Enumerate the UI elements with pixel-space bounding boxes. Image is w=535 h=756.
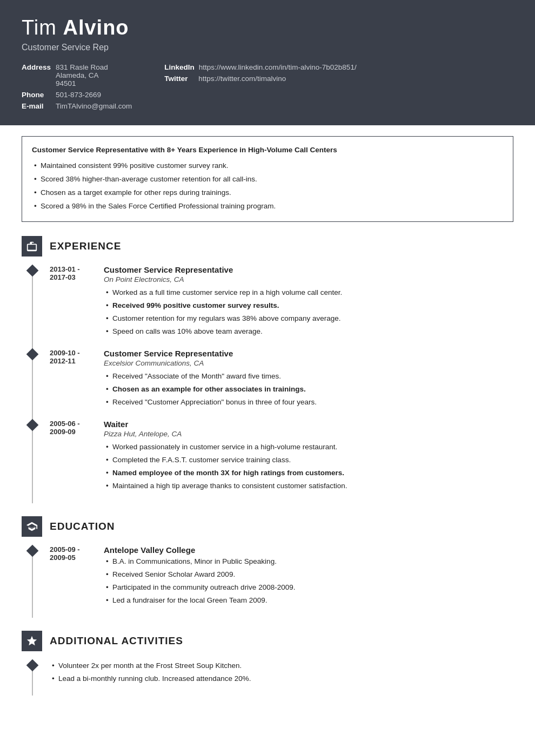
resume-main: Customer Service Representative with 8+ …: [0, 125, 535, 730]
edu-bullet: Led a fundraiser for the local Green Tea…: [104, 595, 513, 606]
job-body: 2009-10 - 2012-11Customer Service Repres…: [50, 349, 513, 410]
experience-icon: [22, 236, 42, 256]
first-name: Tim: [22, 16, 63, 39]
summary-bullet: Scored a 98% in the Sales Force Certifie…: [32, 200, 503, 213]
activity-bullet: Lead a bi-monthly running club. Increase…: [50, 673, 513, 685]
job-bullets: Received "Associate of the Month" award …: [104, 370, 513, 409]
linkedin-value: https://www.linkedin.com/in/tim-alvino-7…: [199, 63, 357, 71]
job-details: WaiterPizza Hut, Antelope, CAWorked pass…: [104, 420, 513, 494]
job-date: 2013-01 - 2017-03: [50, 265, 104, 281]
job-details: Customer Service RepresentativeExcelsior…: [104, 349, 513, 410]
linkedin-label: LinkedIn: [164, 63, 195, 71]
activities-details: Volunteer 2x per month at the Frost Stre…: [50, 660, 513, 686]
star-svg: [26, 635, 38, 647]
job-company: Excelsior Communications, CA: [104, 359, 513, 367]
contact-left: Address 831 Rasle Road Alameda, CA 94501…: [22, 63, 132, 110]
job-company: On Point Electronics, CA: [104, 275, 513, 284]
activities-bullets: Volunteer 2x per month at the Frost Stre…: [50, 660, 513, 685]
activity-bullet: Volunteer 2x per month at the Frost Stre…: [50, 660, 513, 672]
edu-details: Antelope Valley CollegeB.A. in Communica…: [104, 545, 513, 608]
address-line2: Alameda, CA: [56, 71, 108, 79]
job-bullet: Worked as a full time customer service r…: [104, 287, 513, 299]
last-name: Alvino: [63, 16, 129, 39]
activities-content: Volunteer 2x per month at the Frost Stre…: [37, 660, 513, 686]
resume-header: Tim Alvino Customer Service Rep Address …: [0, 0, 535, 125]
activities-timeline: Volunteer 2x per month at the Frost Stre…: [32, 660, 513, 696]
summary-section: Customer Service Representative with 8+ …: [22, 136, 513, 222]
job-title: Waiter: [104, 420, 513, 429]
experience-timeline: 2013-01 - 2017-03Customer Service Repres…: [32, 265, 513, 503]
activities-icon: [22, 631, 42, 651]
job-bullet: Chosen as an example for other associate…: [104, 383, 513, 395]
education-title: EDUCATION: [50, 521, 115, 532]
education-section: EDUCATION 2005-09 - 2009-05Antelope Vall…: [22, 516, 513, 618]
briefcase-svg: [26, 240, 38, 252]
job-bullets: Worked passionately in customer service …: [104, 441, 513, 492]
activities-section: ADDITIONAL ACTIVITIES Volunteer 2x per m…: [22, 631, 513, 696]
experience-job: 2009-10 - 2012-11Customer Service Repres…: [33, 349, 513, 410]
summary-bullet: Scored 38% higher-than-average customer …: [32, 173, 503, 186]
education-timeline: 2005-09 - 2009-05Antelope Valley College…: [32, 545, 513, 618]
address-label: Address: [22, 63, 51, 71]
email-label: E-mail: [22, 102, 51, 110]
edu-body: 2005-09 - 2009-05Antelope Valley College…: [50, 545, 513, 608]
experience-section: EXPERIENCE 2013-01 - 2017-03Customer Ser…: [22, 236, 513, 503]
school-name: Antelope Valley College: [104, 545, 513, 555]
edu-bullets: B.A. in Communications, Minor in Public …: [104, 556, 513, 607]
job-bullet: Received "Associate of the Month" award …: [104, 370, 513, 382]
job-bullet: Worked passionately in customer service …: [104, 441, 513, 453]
job-bullet: Completed the F.A.S.T. customer service …: [104, 454, 513, 466]
twitter-label: Twitter: [164, 75, 194, 83]
job-title: Customer Service Representative: [104, 265, 513, 274]
summary-bullets: Maintained consistent 99% positive custo…: [32, 160, 503, 213]
summary-bullet: Maintained consistent 99% positive custo…: [32, 160, 503, 172]
education-item: 2005-09 - 2009-05Antelope Valley College…: [33, 545, 513, 608]
job-title: Customer Service Representative: [104, 349, 513, 358]
activities-header: ADDITIONAL ACTIVITIES: [22, 631, 513, 651]
experience-job: 2005-06 - 2009-09WaiterPizza Hut, Antelo…: [33, 420, 513, 494]
experience-job: 2013-01 - 2017-03Customer Service Repres…: [33, 265, 513, 339]
edu-bullet: B.A. in Communications, Minor in Public …: [104, 556, 513, 568]
job-bullet: Customer retention for my regulars was 3…: [104, 313, 513, 325]
edu-content: 2005-09 - 2009-05Antelope Valley College…: [37, 545, 513, 608]
education-icon: [22, 516, 42, 537]
email-value: TimTAlvino@gmail.com: [56, 102, 132, 110]
address-line3: 94501: [56, 79, 108, 87]
candidate-title: Customer Service Rep: [22, 43, 513, 52]
job-bullets: Worked as a full time customer service r…: [104, 287, 513, 338]
job-date: 2009-10 - 2012-11: [50, 349, 104, 365]
candidate-name: Tim Alvino: [22, 16, 513, 39]
experience-title: EXPERIENCE: [50, 240, 121, 252]
job-details: Customer Service RepresentativeOn Point …: [104, 265, 513, 339]
email-row: E-mail TimTAlvino@gmail.com: [22, 102, 132, 110]
contact-right: LinkedIn https://www.linkedin.com/in/tim…: [164, 63, 356, 110]
job-body: 2013-01 - 2017-03Customer Service Repres…: [50, 265, 513, 339]
activities-item: Volunteer 2x per month at the Frost Stre…: [33, 660, 513, 686]
address-value: 831 Rasle Road Alameda, CA 94501: [56, 63, 108, 87]
phone-row: Phone 501-873-2669: [22, 91, 132, 99]
twitter-value: https://twitter.com/timalvino: [198, 75, 286, 83]
job-bullet: Named employee of the month 3X for high …: [104, 467, 513, 479]
job-bullet: Received "Customer Appreciation" bonus i…: [104, 396, 513, 408]
summary-title: Customer Service Representative with 8+ …: [32, 144, 503, 157]
job-content: 2013-01 - 2017-03Customer Service Repres…: [37, 265, 513, 339]
twitter-row: Twitter https://twitter.com/timalvino: [164, 75, 356, 83]
linkedin-row: LinkedIn https://www.linkedin.com/in/tim…: [164, 63, 356, 71]
activities-title: ADDITIONAL ACTIVITIES: [50, 635, 183, 647]
experience-header: EXPERIENCE: [22, 236, 513, 256]
edu-date: 2005-09 - 2009-05: [50, 545, 104, 562]
graduation-svg: [26, 521, 38, 532]
phone-label: Phone: [22, 91, 51, 99]
address-row: Address 831 Rasle Road Alameda, CA 94501: [22, 63, 132, 87]
contact-info: Address 831 Rasle Road Alameda, CA 94501…: [22, 63, 513, 110]
activities-body: Volunteer 2x per month at the Frost Stre…: [50, 660, 513, 686]
job-date: 2005-06 - 2009-09: [50, 420, 104, 436]
job-bullet: Speed on calls was 10% above team averag…: [104, 326, 513, 338]
job-body: 2005-06 - 2009-09WaiterPizza Hut, Antelo…: [50, 420, 513, 494]
job-bullet: Maintained a high tip average thanks to …: [104, 480, 513, 492]
job-content: 2009-10 - 2012-11Customer Service Repres…: [37, 349, 513, 410]
summary-bullet: Chosen as a target example for other rep…: [32, 187, 503, 199]
phone-value: 501-873-2669: [56, 91, 101, 99]
address-line1: 831 Rasle Road: [56, 63, 108, 71]
job-company: Pizza Hut, Antelope, CA: [104, 430, 513, 438]
